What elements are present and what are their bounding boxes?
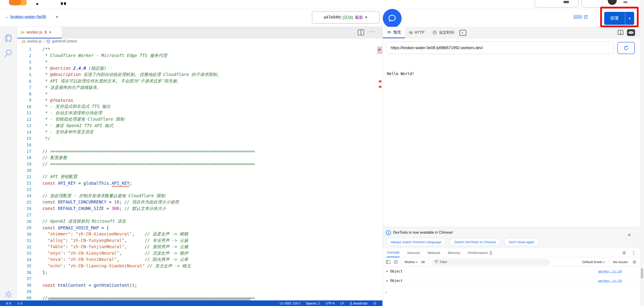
- code-line[interactable]: 16: [17, 142, 377, 148]
- code-line[interactable]: 30 "shimmer": "zh-CN-XiaoxiaoNeural", //…: [17, 231, 377, 237]
- sidebar-toggle-icon[interactable]: [386, 260, 390, 264]
- code-line[interactable]: 9 * @features: [17, 97, 377, 103]
- code-line[interactable]: 8 *: [17, 91, 377, 97]
- dont-show-again-button[interactable]: Don't show again: [504, 238, 539, 246]
- settings-gear-icon[interactable]: [4, 290, 13, 299]
- tab-performance[interactable]: Performance: [468, 248, 493, 257]
- editor-tab-workerjs[interactable]: JS worker.js 3 ×: [17, 27, 62, 38]
- deploy-label[interactable]: 部署: [604, 12, 625, 25]
- code-line[interactable]: 11 * - 自动文本清理和分块处理: [17, 110, 377, 116]
- console-log-row[interactable]: ▶Objectworker.js:14: [383, 276, 640, 286]
- clear-console-icon[interactable]: [394, 260, 398, 264]
- indentation[interactable]: Spaces: 2: [306, 302, 320, 305]
- version-select[interactable]: a47e94fd (活动) 最新 ▼: [312, 11, 380, 23]
- code-line[interactable]: 27: [17, 212, 377, 218]
- page-scrollbar[interactable]: [640, 0, 644, 306]
- deploy-button[interactable]: 部署 ▼: [604, 12, 634, 25]
- code-line[interactable]: 18// 配置参数: [17, 154, 377, 161]
- clipped-search-box[interactable]: [534, 0, 579, 7]
- code-line[interactable]: 26const DEFAULT_CHUNK_SIZE = 300; // 默认文…: [17, 206, 377, 212]
- filter-field[interactable]: [432, 259, 550, 265]
- error-count[interactable]: ⊘ 0: [6, 302, 11, 305]
- code-line[interactable]: 12 * - 智能批处理避免 Cloudflare 限制: [17, 116, 377, 123]
- code-line[interactable]: 36};: [17, 269, 377, 276]
- code-line[interactable]: 35 "echo": "zh-CN-liaoning-XiaobeiNeural…: [17, 263, 377, 269]
- code-line[interactable]: 37: [17, 276, 377, 282]
- console-settings-gear-icon[interactable]: [632, 260, 637, 265]
- filter-input[interactable]: [440, 260, 548, 264]
- cursor-position[interactable]: Ln 1025, Col 2: [280, 302, 300, 305]
- encoding[interactable]: UTF-8: [326, 302, 334, 305]
- url-input[interactable]: [386, 41, 614, 54]
- refresh-button[interactable]: [618, 42, 635, 54]
- eol-type[interactable]: LF: [340, 302, 344, 305]
- more-actions-icon[interactable]: ···: [368, 28, 375, 34]
- code-line[interactable]: 7 * 这是最终的生产就绪版本。: [17, 84, 377, 91]
- tab-schedule[interactable]: 设定时间: [428, 27, 458, 38]
- search-icon[interactable]: [4, 48, 14, 58]
- code-line[interactable]: 20: [17, 167, 377, 174]
- tab-console[interactable]: Console: [387, 248, 400, 257]
- close-icon[interactable]: ×: [628, 232, 631, 238]
- switch-chinese-button[interactable]: Switch DevTools to Chinese: [450, 238, 500, 246]
- code-line[interactable]: 23: [17, 186, 377, 193]
- match-language-button[interactable]: Always match Chrome's language: [386, 238, 446, 246]
- back-link[interactable]: ← broken-water-0e08: [5, 14, 46, 19]
- log-source-link[interactable]: worker.js:14: [598, 270, 622, 273]
- code-line[interactable]: 28// OpenAI 语音映射到 Microsoft 语音: [17, 218, 377, 225]
- code-line[interactable]: 2 * Cloudflare Worker - Microsoft Edge T…: [17, 52, 377, 59]
- code-line[interactable]: 31 "alloy": "zh-CN-YunyangNeural", // 专业…: [17, 237, 377, 244]
- code-line[interactable]: 32 "fable": "zh-CN-YunjianNeural", // 激情…: [17, 244, 377, 250]
- clipped-toolbar-button[interactable]: [582, 0, 603, 7]
- warning-count[interactable]: ⚠ 0: [17, 302, 22, 305]
- tab-preview[interactable]: 预览: [383, 27, 405, 38]
- code-line[interactable]: 14 * - 支持多种中英文语音: [17, 129, 377, 135]
- deploy-caret-button[interactable]: ▼: [625, 12, 634, 25]
- tab-http[interactable]: ⇆ HTTP: [405, 27, 428, 38]
- code-line[interactable]: 24// 批处理配置 - 控制并发请求数量以避免 Cloudflare 限制: [17, 193, 377, 199]
- language-mode[interactable]: {} JavaScript: [350, 302, 368, 305]
- kebab-menu-icon[interactable]: ⋮: [632, 250, 636, 256]
- tab-memory[interactable]: Memory: [448, 248, 460, 257]
- docs-book-icon[interactable]: [617, 29, 624, 36]
- code-line[interactable]: 13 * - 兼容 OpenAI TTS API 格式: [17, 123, 377, 129]
- code-line[interactable]: 3 *: [17, 59, 377, 65]
- expand-triangle-icon[interactable]: ▶: [386, 270, 388, 273]
- visit-link[interactable]: 访问: [573, 14, 588, 20]
- code-line[interactable]: 29const OPENAI_VOICE_MAP = {: [17, 225, 377, 231]
- clipped-account-icon[interactable]: [608, 0, 617, 5]
- close-icon[interactable]: ×: [49, 30, 52, 35]
- terminal-icon[interactable]: >_: [460, 30, 466, 36]
- expand-triangle-icon[interactable]: ▶: [386, 279, 388, 282]
- code-line[interactable]: 1/**: [17, 46, 377, 52]
- code-line[interactable]: 4 * @version 2.4.0 (稳定版): [17, 65, 377, 72]
- bell-icon[interactable]: [373, 302, 376, 305]
- code-line[interactable]: 6 * API 现在可以处理任何长度的文本, 不会因为"子请求过多"而失败。: [17, 78, 377, 84]
- worker-context-dropdown[interactable]: Worker ▾: [404, 260, 418, 264]
- code-line[interactable]: 17// ===================================…: [17, 148, 377, 155]
- gear-icon[interactable]: [622, 250, 626, 255]
- code-line[interactable]: 10 * - 支持流式和非流式 TTS 输出: [17, 103, 377, 110]
- code-line[interactable]: 38const htmlContent = getHtmlContent();: [17, 282, 377, 288]
- code-line[interactable]: 19// ===================================…: [17, 161, 377, 167]
- code-editor[interactable]: 1/**2 * Cloudflare Worker - Microsoft Ed…: [17, 46, 377, 301]
- code-line[interactable]: 22const API_KEY = globalThis.API_KEY;: [17, 180, 377, 186]
- breadcrumb-symbol[interactable]: getHtmlContent: [52, 39, 77, 43]
- no-issues-label[interactable]: No Issues: [613, 260, 628, 264]
- code-line[interactable]: 15 */: [17, 135, 377, 142]
- tab-network[interactable]: Network: [428, 248, 440, 257]
- code-line[interactable]: 34 "nova": "zh-CN-YunxiNeural", // 阳光男声 …: [17, 256, 377, 263]
- discord-icon[interactable]: [627, 29, 635, 36]
- code-line[interactable]: 39: [17, 288, 377, 295]
- default-levels-dropdown[interactable]: Default levels ▾: [582, 260, 605, 264]
- code-line[interactable]: 21// API 密钥配置: [17, 174, 377, 180]
- code-line[interactable]: 33 "onyx": "zh-CN-XiaoyiNeural", // 活泼女声…: [17, 250, 377, 257]
- live-expression-eye-icon[interactable]: [420, 260, 426, 264]
- scrollbar-thumb[interactable]: [641, 268, 643, 279]
- code-line[interactable]: 25const DEFAULT_CONCURRENCY = 10; // 现在作…: [17, 199, 377, 206]
- files-icon[interactable]: [4, 33, 14, 43]
- console-log-row[interactable]: ▶Objectworker.js:14: [383, 267, 640, 276]
- chat-fab[interactable]: [383, 9, 402, 28]
- breadcrumb-file[interactable]: worker.js: [27, 39, 41, 43]
- clipped-help-icon[interactable]: [624, 1, 628, 3]
